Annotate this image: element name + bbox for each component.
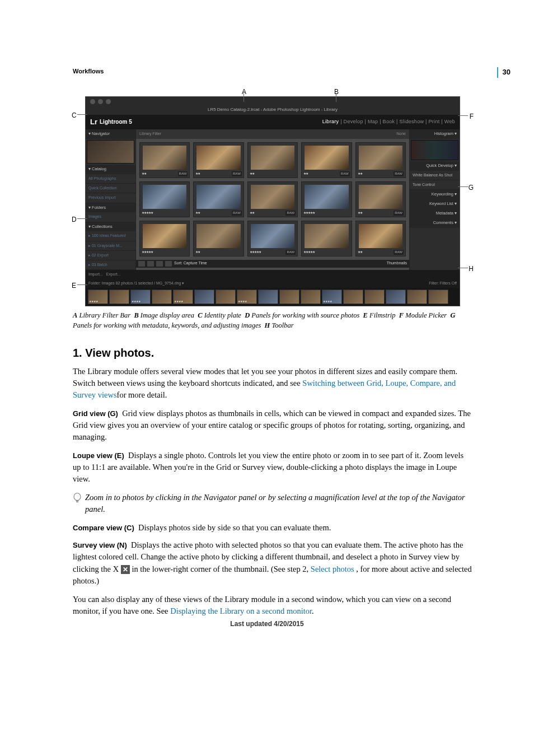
library-module-figure: A B C D E F G H LR5 Demo Catalog-2.lrcat… xyxy=(85,96,460,306)
histogram-panel-head: Histogram ▾ xyxy=(410,129,460,139)
window-traffic-lights xyxy=(86,97,460,106)
toolbar: Sort: Capture Time Thumbnails xyxy=(136,260,409,268)
survey-view-paragraph: Survey view (N) Displays the active phot… xyxy=(73,539,472,586)
callout-H: H xyxy=(469,264,474,274)
second-window-paragraph: You can also display any of these views … xyxy=(73,594,472,617)
folders-panel-head: ▾ Folders xyxy=(86,203,135,213)
svg-point-0 xyxy=(74,493,81,501)
catalog-panel-head: ▾ Catalog xyxy=(86,165,135,174)
step-heading: 1. View photos. xyxy=(73,345,472,361)
import-export-bar: Import... Export... xyxy=(86,270,460,279)
identity-plate: LrLightroom 5 xyxy=(90,117,132,128)
compare-view-paragraph: Compare view (C) Displays photos side by… xyxy=(73,522,472,534)
keywording-head: Keywording ▾ xyxy=(410,190,460,199)
catalog-quick: Quick Collection xyxy=(86,184,135,193)
compare-view-term: Compare view (C) xyxy=(73,524,134,532)
collection-item: ▸ 02 Export xyxy=(86,251,135,260)
catalog-all: All Photographs xyxy=(86,174,135,184)
callout-C: C xyxy=(72,111,77,120)
page-footer: Last updated 4/20/2015 xyxy=(0,619,534,629)
metadata-head: Metadata ▾ xyxy=(410,209,460,218)
navigator-preview xyxy=(87,140,134,164)
grid-view: ★★RAW ★★RAW ★★ ★★RAW ★★RAW ★★★★★ ★★RAW ★… xyxy=(136,139,409,260)
quick-develop-head: Quick Develop ▾ xyxy=(410,161,460,171)
secondary-toolbar: Folder: Images 82 photos /1 selected / M… xyxy=(86,279,460,288)
loupe-view-paragraph: Loupe view (E) Displays a single photo. … xyxy=(73,450,472,485)
link-second-monitor[interactable]: Displaying the Library on a second monit… xyxy=(170,606,312,615)
callout-A: A xyxy=(242,87,246,97)
loupe-view-term: Loupe view (E) xyxy=(73,451,124,460)
callout-E: E xyxy=(72,281,76,291)
right-panel-group: Histogram ▾ Quick Develop ▾ White Balanc… xyxy=(409,129,460,270)
collection-item: ▸ 03 Batch xyxy=(86,260,135,270)
image-display-area: Library FilterNone ★★RAW ★★RAW ★★ ★★RAW … xyxy=(136,129,409,270)
keyword-list-head: Keyword List ▾ xyxy=(410,199,460,209)
callout-D: D xyxy=(72,215,77,225)
callout-B: B xyxy=(334,87,339,97)
grid-view-term: Grid view (G) xyxy=(73,409,118,418)
section-header: Workflows xyxy=(73,67,472,76)
folder-item: Images xyxy=(86,212,135,222)
collection-item: ▸ 100 Ideas Featured xyxy=(86,231,135,241)
collection-item: ▸ 01 Grayscale M... xyxy=(86,241,135,251)
deselect-x-icon: ✕ xyxy=(121,565,130,574)
module-picker: Library | Develop | Map | Book | Slidesh… xyxy=(322,118,455,125)
callout-F: F xyxy=(470,112,474,122)
callout-G: G xyxy=(469,183,474,193)
page-number: 30 xyxy=(497,67,510,78)
left-panel-group: ▾ Navigator ▾ Catalog All Photographs Qu… xyxy=(86,129,136,270)
comments-head: Comments ▾ xyxy=(410,218,460,228)
intro-paragraph: The Library module offers several view m… xyxy=(73,366,472,401)
tip-text: Zoom in to photos by clicking in the Nav… xyxy=(85,492,472,515)
tip-row: Zoom in to photos by clicking in the Nav… xyxy=(73,492,472,515)
window-title: LR5 Demo Catalog-2.lrcat - Adobe Photosh… xyxy=(86,106,460,115)
filmstrip: ★★★★★★★★ ★★★★ ★★★★ ★★★★ xyxy=(86,288,460,306)
catalog-prev: Previous Import xyxy=(86,193,135,203)
collections-panel-head: ▾ Collections xyxy=(86,222,135,232)
grid-view-paragraph: Grid view (G) Grid view displays photos … xyxy=(73,408,472,443)
quick-develop-body: Tone Control xyxy=(410,180,460,190)
lightroom-screenshot: LR5 Demo Catalog-2.lrcat - Adobe Photosh… xyxy=(85,96,460,306)
histogram xyxy=(411,140,458,160)
navigator-panel-head: ▾ Navigator xyxy=(86,129,135,139)
lightbulb-icon xyxy=(73,493,82,504)
library-filter-bar: Library FilterNone xyxy=(136,129,409,138)
figure-caption: A Library Filter Bar B Image display are… xyxy=(73,311,472,330)
link-select-photos[interactable]: Select photos xyxy=(311,564,354,573)
quick-develop-body: White Balance As Shot xyxy=(410,171,460,180)
survey-view-term: Survey view (N) xyxy=(73,541,127,549)
